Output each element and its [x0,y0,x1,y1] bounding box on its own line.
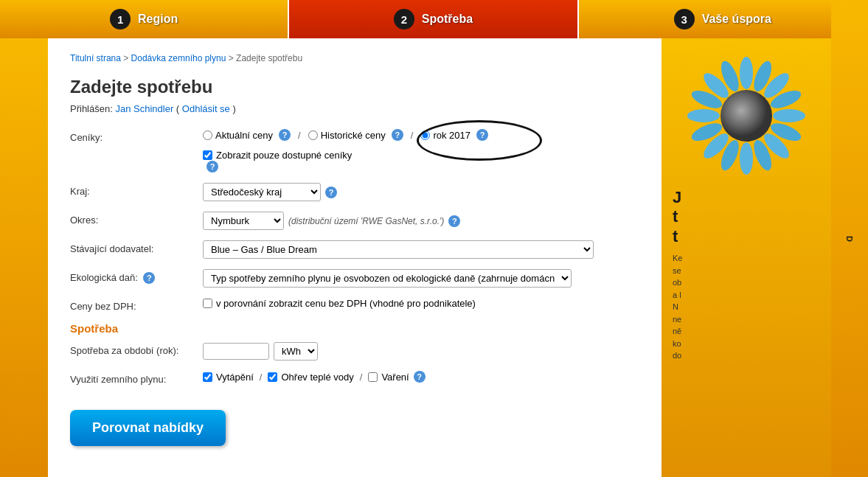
spotreba-unit-select[interactable]: kWh [274,342,318,361]
ceniky-radio-group: Aktuální ceny ? / Historické ceny ? / ro… [203,129,488,141]
breadcrumb-sep1: > [123,53,131,63]
spotreba-period-label: Spotřeba za období (rok): [70,342,195,356]
rok2017-label: rok 2017 [433,130,471,141]
spotreba-heading: Spotřeba [70,322,639,335]
right-panel-desc: Ke se ob a l N ne ně ko do [673,252,682,362]
ceny-bez-dph-text: v porovnání zobrazit cenu bez DPH (vhodn… [216,298,476,309]
ekologicka-dan-row: Ekologická daň: ? Typ spotřeby zemního p… [70,269,639,288]
right-sidebar: D [831,0,868,477]
step-label-vasespora: Vaše úspora [702,13,771,26]
ekologicka-dan-select[interactable]: Typ spotřeby zemního plynu je osvobozen … [203,269,572,288]
rok2017-radio[interactable] [420,130,430,140]
breadcrumb-parent[interactable]: Dodávka zemního plynu [131,53,226,63]
logged-in-paren-open: ( [176,103,179,114]
ekologicka-dan-label: Ekologická daň: ? [70,269,195,284]
rok2017-help-icon[interactable]: ? [476,129,488,141]
dostupne-checkbox[interactable] [203,150,212,160]
dodavatel-select[interactable]: Blue – Gas / Blue Dream [203,240,594,259]
spotreba-input[interactable]: 20000.0 [203,343,269,360]
aktualni-ceny-label: Aktuální ceny [215,130,273,141]
vareni-label: Vaření [381,372,409,383]
ceny-bez-dph-row: Ceny bez DPH: v porovnání zobrazit cenu … [70,298,639,312]
step-spotreba[interactable]: 2 Spotřeba [289,0,578,38]
okres-controls: Nymburk (distribuční území 'RWE GasNet, … [203,212,639,230]
okres-label: Okres: [70,212,195,226]
vareni-help-icon[interactable]: ? [414,371,426,383]
ohrev-label: Ohřev teplé vody [281,372,353,383]
kraj-controls: Středočeský kraj ? [203,183,639,201]
vytapeni-checkbox[interactable] [203,372,212,382]
svg-point-8 [740,142,753,175]
right-panel: J t t Ke se ob a l N ne ně ko do [662,38,831,477]
dostupne-help-icon[interactable]: ? [206,161,218,173]
dostupne-checkbox-label[interactable]: Zobrazit pouze dostupné ceníky [203,150,639,161]
ohrev-checkbox-label[interactable]: Ohřev teplé vody [268,372,353,383]
svg-point-16 [721,90,772,142]
vytapeni-label: Vytápění [216,372,254,383]
step-vasespora[interactable]: 3 Vaše úspora [579,0,868,38]
vareni-checkbox-label[interactable]: Vaření [368,372,409,383]
spotreba-controls: 20000.0 kWh [203,342,639,361]
aktualni-ceny-radio[interactable] [203,130,212,140]
vyuziti-controls: Vytápění / Ohřev teplé vody / Vaření ? [203,371,639,383]
vareni-checkbox[interactable] [368,372,378,382]
steps-bar: 1 Region 2 Spotřeba 3 Vaše úspora [0,0,868,38]
aktualni-ceny-option[interactable]: Aktuální ceny [203,130,273,141]
compare-button[interactable]: Porovnat nabídky [70,410,226,446]
kraj-select[interactable]: Středočeský kraj [203,183,321,201]
rok2017-option[interactable]: rok 2017 [420,130,471,141]
vytapeni-checkbox-label[interactable]: Vytápění [203,372,254,383]
ohrev-checkbox[interactable] [268,372,277,382]
historicke-help-icon[interactable]: ? [392,129,403,141]
vyuziti-label: Využití zemního plynu: [70,371,195,385]
step-region[interactable]: 1 Region [0,0,289,38]
ceny-bez-dph-checkbox[interactable] [203,299,212,308]
page-title: Zadejte spotřebu [70,77,639,97]
dodavatel-row: Stávající dodavatel: Blue – Gas / Blue D… [70,240,639,259]
logged-in-info: Přihlášen: Jan Schindler ( Odhlásit se ) [70,103,639,114]
kraj-help-icon[interactable]: ? [325,187,337,198]
dist-help-icon[interactable]: ? [448,215,460,227]
right-panel-big-text: J t t [673,188,681,246]
svg-point-4 [773,109,805,122]
dostupne-row: Zobrazit pouze dostupné ceníky ? [203,150,639,173]
historicke-ceny-label: Historické ceny [321,130,386,141]
dist-text: (distribuční území 'RWE GasNet, s.r.o.') [288,216,444,226]
right-sidebar-text: D [845,236,854,242]
step-label-spotreba: Spotřeba [422,13,473,26]
user-name-link[interactable]: Jan Schindler [115,103,173,114]
ceny-bez-dph-checkbox-label[interactable]: v porovnání zobrazit cenu bez DPH (vhodn… [203,298,476,309]
left-sidebar [0,38,48,477]
step-number-3: 3 [674,9,695,29]
breadcrumb-current: Zadejte spotřebu [236,53,302,63]
kraj-row: Kraj: Středočeský kraj ? [70,183,639,201]
logged-in-prefix: Přihlášen: [70,103,113,114]
svg-point-0 [740,57,753,89]
ceniky-controls: Aktuální ceny ? / Historické ceny ? / ro… [203,129,639,173]
aktualni-help-icon[interactable]: ? [279,129,291,141]
sunflower-decoration [687,57,805,175]
step-number-1: 1 [110,9,131,29]
vyuziti-row: Využití zemního plynu: Vytápění / Ohřev … [70,371,639,385]
content-area: Titulní strana > Dodávka zemního plynu >… [48,38,662,477]
ekologicka-help-icon[interactable]: ? [143,272,155,284]
ceny-bez-dph-controls: v porovnání zobrazit cenu bez DPH (vhodn… [203,298,639,309]
ceny-bez-dph-label: Ceny bez DPH: [70,298,195,312]
breadcrumb: Titulní strana > Dodávka zemního plynu >… [70,53,639,63]
ekologicka-controls: Typ spotřeby zemního plynu je osvobozen … [203,269,639,288]
ceniky-label: Ceníky: [70,129,195,143]
breadcrumb-sep2: > [229,53,236,63]
main-wrapper: Titulní strana > Dodávka zemního plynu >… [48,38,831,477]
dodavatel-label: Stávající dodavatel: [70,240,195,254]
logout-link[interactable]: Odhlásit se [182,103,230,114]
spotreba-row: Spotřeba za období (rok): 20000.0 kWh [70,342,639,361]
svg-point-12 [687,109,720,122]
dostupne-label: Zobrazit pouze dostupné ceníky [216,150,352,161]
kraj-label: Kraj: [70,183,195,197]
step-label-region: Region [138,13,178,26]
logged-in-paren-close: ) [232,103,235,114]
historicke-ceny-radio[interactable] [308,130,318,140]
breadcrumb-home[interactable]: Titulní strana [70,53,121,63]
okres-select[interactable]: Nymburk [203,212,284,230]
historicke-ceny-option[interactable]: Historické ceny [308,130,386,141]
